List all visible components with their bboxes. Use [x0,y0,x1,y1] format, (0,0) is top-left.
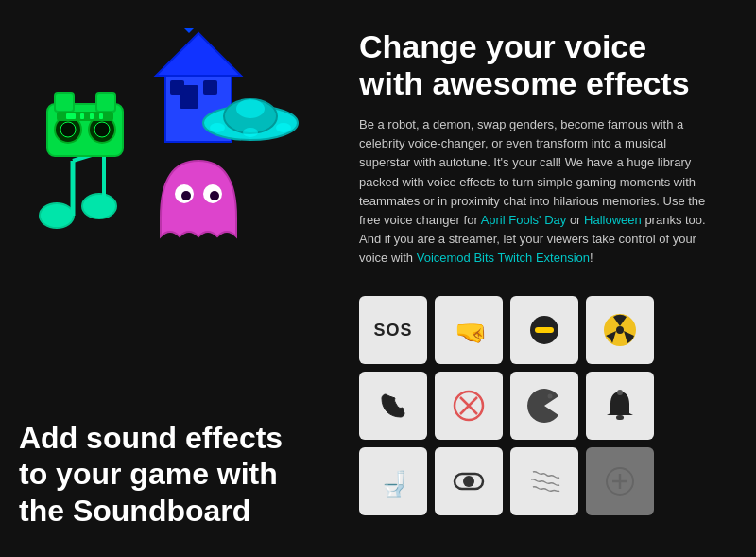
tile-radiation[interactable] [586,296,654,364]
voice-section: Change your voice with awesome effects B… [359,28,728,268]
tile-squiggle[interactable] [510,447,578,515]
svg-text:🚽: 🚽 [379,469,410,499]
svg-rect-7 [96,93,115,112]
svg-point-0 [40,203,74,228]
tile-bell[interactable] [586,372,654,440]
right-panel: Change your voice with awesome effects B… [340,0,756,557]
svg-point-41 [548,394,553,399]
soundboard-grid: SOS 🤜 [359,296,728,515]
description-text: Be a robot, a demon, swap genders, becom… [359,115,718,268]
svg-point-3 [82,194,116,218]
svg-rect-42 [616,415,624,420]
svg-point-26 [210,123,225,132]
toilet-icon: 🚽 [374,462,412,500]
record-button-icon [450,462,488,500]
tile-fist[interactable]: 🤜 [435,296,503,364]
svg-rect-6 [55,93,74,112]
voicemod-bits-link[interactable]: Voicemod Bits Twitch Extension [417,251,590,265]
radiation-icon [601,311,639,349]
svg-marker-17 [156,33,241,76]
tile-toilet[interactable]: 🚽 [359,447,427,515]
cancel-circle-icon [450,387,488,425]
svg-text:🤜: 🤜 [455,317,488,348]
left-panel: Add sound effects to your game with the … [0,0,340,557]
tile-cancel[interactable] [435,372,503,440]
soundboard-heading-area: Add sound effects to your game with the … [19,420,302,529]
tile-pac[interactable] [510,372,578,440]
svg-point-31 [181,191,191,200]
svg-point-28 [243,128,258,137]
plus-circle-dim-icon [601,462,639,500]
svg-point-43 [617,390,623,395]
pac-man-icon [525,387,563,425]
svg-rect-35 [535,327,554,333]
svg-rect-13 [66,113,76,119]
svg-rect-21 [170,80,184,95]
svg-rect-14 [80,113,84,119]
phone-icon [374,387,412,425]
soundboard-heading: Add sound effects to your game with the … [19,420,302,529]
svg-point-11 [94,122,110,137]
svg-point-37 [616,326,624,334]
tile-sos[interactable]: SOS [359,296,427,364]
svg-rect-16 [99,113,103,119]
svg-rect-15 [90,113,94,119]
tile-plus[interactable] [586,447,654,515]
svg-point-46 [463,476,474,487]
illustration-area [19,28,321,255]
tile-phone[interactable] [359,372,427,440]
svg-rect-12 [57,112,113,121]
svg-point-9 [60,122,76,137]
svg-rect-22 [203,80,217,95]
sos-label: SOS [373,321,412,340]
bell-icon [601,387,639,425]
halloween-link[interactable]: Halloween [584,213,642,227]
main-heading: Change your voice with awesome effects [359,28,728,102]
svg-point-27 [276,123,291,132]
svg-point-32 [210,191,219,200]
fist-icon: 🤜 [450,311,488,349]
squiggle-icon [525,462,563,500]
svg-marker-20 [184,28,194,33]
tile-record[interactable] [435,447,503,515]
april-fools-link[interactable]: April Fools' Day [481,213,567,227]
minus-circle-icon [525,311,563,349]
app-layout: Add sound effects to your game with the … [0,0,756,557]
svg-point-25 [236,99,265,118]
tile-minus-circle[interactable] [510,296,578,364]
